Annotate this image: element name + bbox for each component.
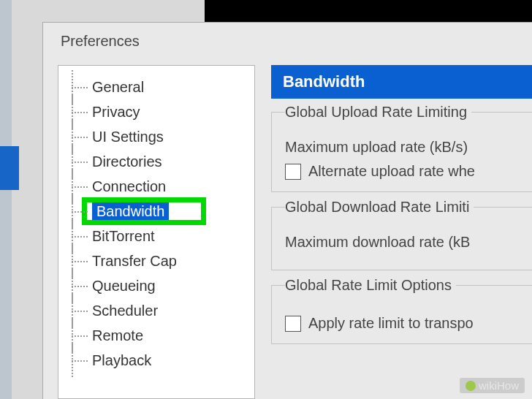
tree-label: Privacy bbox=[92, 104, 140, 121]
tree-item-queueing[interactable]: Queueing bbox=[69, 273, 250, 298]
checkbox-icon[interactable] bbox=[285, 316, 301, 332]
max-download-label: Maximum download rate (kB bbox=[285, 234, 532, 251]
group-legend: Global Download Rate Limiti bbox=[285, 199, 474, 216]
apply-limit-label: Apply rate limit to transpo bbox=[308, 315, 474, 332]
tree-label: Connection bbox=[92, 178, 166, 195]
window-title: Preferences bbox=[43, 23, 532, 64]
bg-left-blue-block bbox=[0, 146, 19, 190]
tree-item-remote[interactable]: Remote bbox=[69, 323, 250, 348]
preferences-window: Preferences General Privacy UI Settings … bbox=[42, 22, 532, 399]
tree-label: UI Settings bbox=[92, 129, 164, 145]
tree-item-connection[interactable]: Connection bbox=[69, 174, 250, 199]
tree-label: Bandwidth bbox=[92, 202, 169, 221]
tree-item-scheduler[interactable]: Scheduler bbox=[69, 298, 250, 323]
alt-upload-label: Alternate upload rate whe bbox=[308, 163, 475, 180]
group-legend: Global Rate Limit Options bbox=[285, 277, 456, 294]
group-upload-rate: Global Upload Rate Limiting Maximum uplo… bbox=[271, 112, 532, 192]
section-header: Bandwidth bbox=[271, 65, 532, 99]
tree-label: Playback bbox=[92, 352, 151, 369]
tree-item-ui-settings[interactable]: UI Settings bbox=[69, 124, 250, 149]
tree-label: Remote bbox=[92, 327, 143, 344]
tree-item-general[interactable]: General bbox=[69, 75, 250, 99]
bg-top-black bbox=[205, 0, 532, 22]
tree-item-directories[interactable]: Directories bbox=[69, 149, 250, 174]
group-legend: Global Upload Rate Limiting bbox=[285, 104, 471, 121]
tree-branch-icon bbox=[69, 348, 92, 373]
max-upload-label: Maximum upload rate (kB/s) bbox=[285, 139, 532, 156]
tree-label: BitTorrent bbox=[92, 228, 155, 245]
tree-label: Transfer Cap bbox=[92, 253, 177, 270]
tree-item-transfer-cap[interactable]: Transfer Cap bbox=[69, 248, 250, 273]
settings-panel: Bandwidth Global Upload Rate Limiting Ma… bbox=[271, 65, 532, 399]
group-global-options: Global Rate Limit Options Apply rate lim… bbox=[271, 285, 532, 344]
tree-label: Queueing bbox=[92, 278, 156, 294]
checkbox-icon[interactable] bbox=[285, 164, 301, 180]
tree-label: Scheduler bbox=[92, 303, 158, 319]
tree-label: General bbox=[92, 79, 144, 96]
group-download-rate: Global Download Rate Limiti Maximum down… bbox=[271, 207, 532, 270]
tree-item-bittorrent[interactable]: BitTorrent bbox=[69, 224, 250, 248]
tree-item-playback[interactable]: Playback bbox=[69, 348, 250, 373]
preferences-body: General Privacy UI Settings Directories … bbox=[58, 65, 532, 399]
tree-label: Directories bbox=[92, 153, 162, 170]
bg-left-strip bbox=[0, 0, 12, 399]
apply-limit-row[interactable]: Apply rate limit to transpo bbox=[285, 315, 532, 332]
tree-item-privacy[interactable]: Privacy bbox=[69, 99, 250, 124]
alt-upload-row[interactable]: Alternate upload rate whe bbox=[285, 163, 532, 180]
tree-item-bandwidth[interactable]: Bandwidth bbox=[69, 199, 250, 224]
category-tree: General Privacy UI Settings Directories … bbox=[58, 65, 255, 399]
